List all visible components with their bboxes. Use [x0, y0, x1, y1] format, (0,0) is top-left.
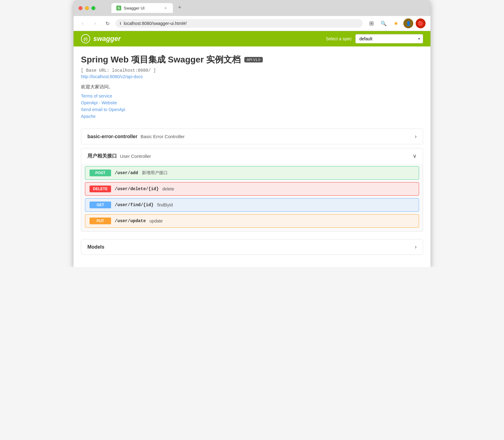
- controller-name: basic-error-controller: [87, 134, 138, 139]
- controller-title: 用户相关接口 User Controller: [87, 153, 151, 159]
- swagger-logo: {/} swagger: [81, 34, 121, 43]
- url-text: localhost:8080/swagger-ui.html#/: [124, 21, 187, 26]
- address-bar: ‹ › ↻ ℹ localhost:8080/swagger-ui.html#/…: [74, 16, 430, 31]
- endpoint-path: /user/delete/{id}: [115, 186, 159, 191]
- api-description: 欢迎大家访问。: [81, 84, 423, 90]
- models-section: Models ›: [81, 239, 423, 255]
- browser-actions: ⊞ 🔍 ★ 👤 🔴: [366, 18, 426, 28]
- method-badge-post: POST: [90, 170, 111, 176]
- controller-description: User Controller: [120, 154, 151, 159]
- endpoint-path: /user/add: [115, 170, 138, 175]
- new-tab-button[interactable]: +: [175, 3, 184, 12]
- close-window-button[interactable]: [78, 6, 82, 10]
- terms-of-service-link[interactable]: Terms of service: [81, 94, 423, 98]
- endpoint-put-user[interactable]: PUT /user/update update: [85, 214, 419, 228]
- zoom-button[interactable]: 🔍: [379, 18, 389, 28]
- spec-select[interactable]: default: [355, 34, 423, 43]
- models-title: Models: [87, 244, 104, 250]
- endpoint-get-user[interactable]: GET /user/find/{id} findById: [85, 198, 419, 212]
- method-badge-put: PUT: [90, 218, 111, 224]
- tab-close-button[interactable]: ×: [163, 6, 168, 10]
- api-title: Spring Web 项目集成 Swagger 实例文档 API V1.0: [81, 54, 423, 66]
- minimize-window-button[interactable]: [85, 6, 89, 10]
- api-version-badge: API V1.0: [244, 57, 262, 62]
- extension-button[interactable]: 🔴: [416, 18, 426, 28]
- endpoint-summary: 新增用户接口: [142, 170, 168, 176]
- browser-tab[interactable]: S Swagger UI ×: [111, 3, 173, 13]
- main-content: Spring Web 项目集成 Swagger 实例文档 API V1.0 [ …: [74, 46, 430, 267]
- method-badge-delete: DELETE: [90, 186, 111, 192]
- endpoint-summary: delete: [162, 186, 174, 191]
- controller-title: basic-error-controller Basic Error Contr…: [87, 134, 185, 139]
- translate-button[interactable]: ⊞: [366, 18, 376, 28]
- swagger-brand-name: swagger: [93, 35, 121, 43]
- user-controller-header[interactable]: 用户相关接口 User Controller ∨: [81, 148, 423, 164]
- spec-label: Select a spec: [326, 36, 352, 41]
- back-button[interactable]: ‹: [78, 19, 87, 28]
- endpoints-container: POST /user/add 新增用户接口 DELETE /user/delet…: [81, 164, 423, 231]
- license-link[interactable]: Apache: [81, 114, 423, 119]
- maximize-window-button[interactable]: [91, 6, 95, 10]
- user-controller-section: 用户相关接口 User Controller ∨ POST /user/add …: [81, 148, 423, 232]
- basic-error-controller-section: basic-error-controller Basic Error Contr…: [81, 129, 423, 144]
- models-header[interactable]: Models ›: [81, 239, 423, 254]
- base-url: [ Base URL: localhost:8080/ ]: [81, 68, 423, 73]
- traffic-lights: [78, 6, 95, 10]
- endpoint-summary: update: [150, 218, 163, 223]
- swagger-header: {/} swagger Select a spec default ▾: [74, 31, 430, 46]
- forward-button[interactable]: ›: [91, 19, 99, 28]
- page-content: {/} swagger Select a spec default ▾ Spri…: [74, 31, 430, 267]
- endpoint-path: /user/update: [115, 218, 146, 223]
- send-email-link[interactable]: Send email to OpenApi: [81, 107, 423, 112]
- bookmark-button[interactable]: ★: [391, 18, 401, 28]
- url-bar[interactable]: ℹ localhost:8080/swagger-ui.html#/: [115, 19, 363, 28]
- endpoint-summary: findById: [157, 202, 173, 207]
- endpoint-delete-user[interactable]: DELETE /user/delete/{id} delete: [85, 182, 419, 196]
- openapi-website-link[interactable]: OpenApi - Website: [81, 100, 423, 105]
- basic-error-controller-header[interactable]: basic-error-controller Basic Error Contr…: [81, 129, 423, 144]
- spec-selector: Select a spec default ▾: [326, 34, 423, 43]
- spec-select-wrapper: default ▾: [355, 34, 423, 43]
- secure-icon: ℹ: [120, 21, 121, 26]
- controller-name: 用户相关接口: [87, 153, 117, 159]
- controller-collapse-icon: ∨: [413, 153, 417, 159]
- tab-favicon: S: [116, 6, 121, 10]
- endpoint-post-user-add[interactable]: POST /user/add 新增用户接口: [85, 166, 419, 180]
- tab-title: Swagger UI: [124, 6, 161, 10]
- reload-button[interactable]: ↻: [103, 19, 112, 28]
- endpoint-path: /user/find/{id}: [115, 202, 154, 207]
- info-links: Terms of service OpenApi - Website Send …: [81, 94, 423, 119]
- controller-collapse-icon: ›: [415, 133, 417, 140]
- swagger-icon: {/}: [81, 34, 90, 43]
- method-badge-get: GET: [90, 202, 111, 208]
- models-chevron-icon: ›: [415, 244, 417, 250]
- api-info: Spring Web 项目集成 Swagger 实例文档 API V1.0 [ …: [81, 54, 423, 119]
- api-docs-link[interactable]: http://localhost:8080/v2/api-docs: [81, 74, 423, 79]
- profile-button[interactable]: 👤: [403, 18, 413, 28]
- controller-description: Basic Error Controller: [141, 134, 185, 139]
